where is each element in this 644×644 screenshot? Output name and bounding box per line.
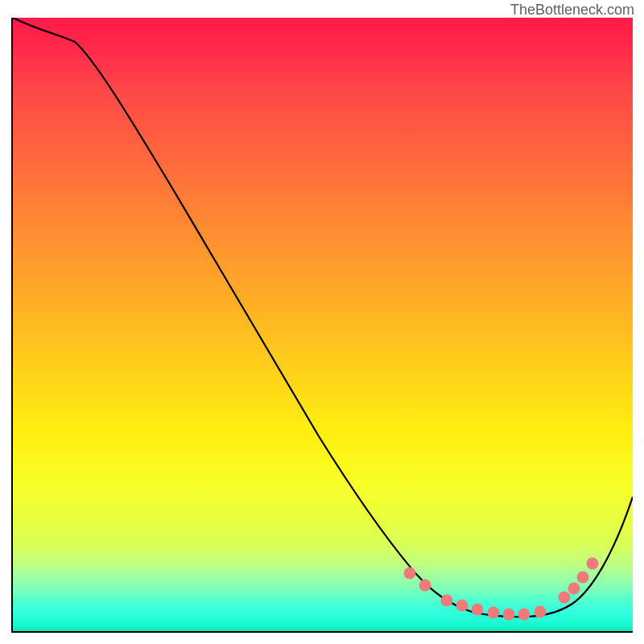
chart-container: TheBottleneck.com	[0, 0, 644, 644]
marker-dot	[587, 558, 599, 570]
marker-dot	[503, 609, 515, 621]
plot-area	[11, 18, 633, 633]
marker-dot	[488, 607, 500, 619]
bottleneck-curve-path	[13, 18, 633, 617]
marker-dot	[535, 606, 547, 618]
marker-dot	[577, 572, 589, 584]
marker-dot	[404, 568, 416, 580]
marker-dots-group	[404, 558, 599, 621]
marker-dot	[419, 580, 431, 592]
marker-dot	[456, 600, 469, 612]
marker-dot	[472, 604, 484, 616]
marker-dot	[559, 592, 571, 604]
marker-dot	[518, 609, 530, 621]
marker-dot	[568, 583, 580, 595]
marker-dot	[441, 595, 453, 607]
attribution-text: TheBottleneck.com	[510, 2, 634, 19]
curve-svg	[13, 18, 633, 631]
